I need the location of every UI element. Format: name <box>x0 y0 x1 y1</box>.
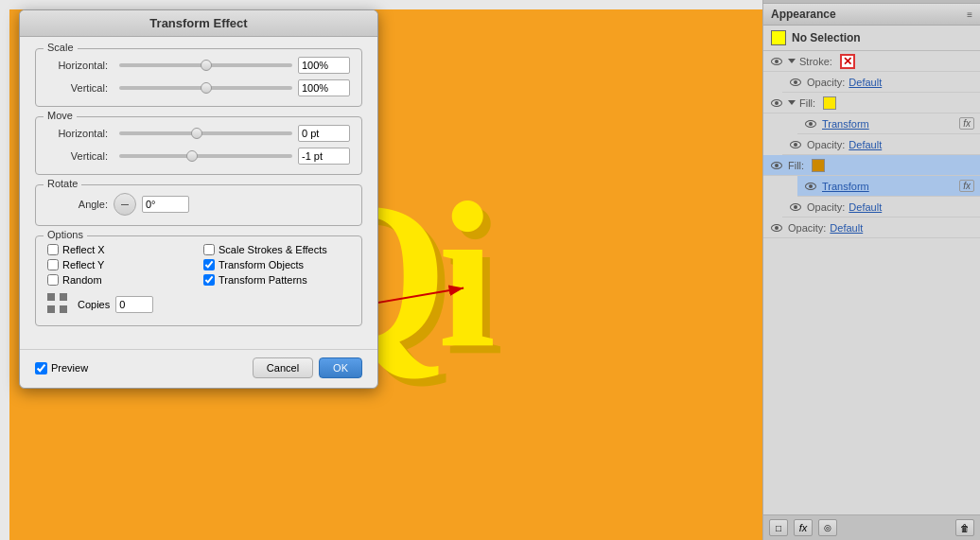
options-grid: Reflect X Scale Strokes & Effects Reflec… <box>47 244 350 286</box>
eye-shape-t1 <box>805 120 816 128</box>
eye-shape-stroke <box>771 58 782 65</box>
copies-icon-dot3 <box>47 305 55 313</box>
scale-vertical-slider[interactable] <box>119 86 292 90</box>
random-row: Random <box>47 274 194 286</box>
eye-icon-fill1-opacity[interactable] <box>788 137 803 152</box>
stroke-opacity-value[interactable]: Default <box>849 77 882 88</box>
random-checkbox[interactable] <box>47 274 59 286</box>
fx-badge-1: fx <box>959 117 974 130</box>
fill2-opacity-row: Opacity: Default <box>782 197 980 218</box>
eye-shape-t2 <box>805 183 816 190</box>
appearance-rows: Stroke: ✕ Opacity: Default Fill: <box>763 51 980 514</box>
panel-menu-button[interactable]: ≡ <box>967 9 972 20</box>
eye-shape-f1 <box>771 99 782 107</box>
rotate-section: Rotate Angle: <box>35 184 362 226</box>
scale-label: Scale <box>44 42 78 53</box>
copies-icon-dot4 <box>60 305 67 313</box>
eye-icon-global-opacity[interactable] <box>769 220 784 235</box>
fill1-opacity-label: Opacity: <box>807 139 845 150</box>
cancel-button[interactable]: Cancel <box>253 357 313 378</box>
fill2-opacity-value[interactable]: Default <box>849 201 882 213</box>
random-label: Random <box>62 274 102 286</box>
fill2-label: Fill: <box>788 160 804 171</box>
scale-horizontal-thumb[interactable] <box>201 60 212 71</box>
dialog-title: Transform Effect <box>149 16 247 30</box>
reflect-y-row: Reflect Y <box>47 259 194 270</box>
dialog-footer: Preview Cancel OK <box>20 349 377 388</box>
eye-icon-fill2-opacity[interactable] <box>788 200 803 215</box>
scale-vertical-thumb[interactable] <box>201 82 212 94</box>
reflect-x-checkbox[interactable] <box>47 244 59 255</box>
delete-button[interactable]: 🗑 <box>955 519 974 536</box>
scale-horizontal-input[interactable] <box>298 57 350 74</box>
new-item-button[interactable]: □ <box>769 519 788 536</box>
move-vertical-input[interactable] <box>298 148 350 165</box>
angle-input[interactable] <box>142 196 189 213</box>
fill-row-1: Fill: <box>763 93 980 113</box>
eye-icon-stroke[interactable] <box>769 54 784 69</box>
preview-check: Preview <box>35 362 247 375</box>
scale-horizontal-slider[interactable] <box>119 63 292 67</box>
global-opacity-row: Opacity: Default <box>763 218 980 238</box>
transform1-label[interactable]: Transform <box>822 118 869 130</box>
eye-icon-transform1[interactable] <box>803 116 818 131</box>
canvas-area: Qi Transform Effect Scale Horizontal: Ve… <box>0 0 762 540</box>
stroke-opacity-label: Opacity: <box>807 77 845 88</box>
transform2-label[interactable]: Transform <box>822 181 869 192</box>
scale-horizontal-row: Horizontal: <box>47 57 350 74</box>
eye-icon-fill2[interactable] <box>769 158 784 173</box>
transform-objects-row: Transform Objects <box>203 259 350 270</box>
transform-effect-dialog: Transform Effect Scale Horizontal: Verti… <box>19 9 378 389</box>
fill2-swatch[interactable] <box>812 159 825 172</box>
panel-titlebar: Appearance ≡ <box>763 4 980 26</box>
panel-title: Appearance <box>771 8 836 21</box>
fill1-swatch[interactable] <box>823 96 836 110</box>
ok-button[interactable]: OK <box>319 357 362 378</box>
move-horizontal-input[interactable] <box>298 125 350 142</box>
stroke-label: Stroke: <box>799 56 832 67</box>
move-horizontal-slider[interactable] <box>119 131 292 135</box>
no-selection-text: No Selection <box>792 31 861 44</box>
copies-icon <box>47 293 70 316</box>
eye-icon-transform2[interactable] <box>803 179 818 194</box>
rotate-row: Angle: <box>47 193 350 216</box>
move-horizontal-thumb[interactable] <box>191 128 202 139</box>
move-label: Move <box>44 110 77 121</box>
angle-label: Angle: <box>47 199 114 210</box>
copies-row: Copies <box>47 293 350 316</box>
fx-button[interactable]: fx <box>794 519 813 536</box>
transform-patterns-row: Transform Patterns <box>203 274 350 286</box>
dialog-content: Scale Horizontal: Vertical: <box>20 37 377 347</box>
stroke-swatch[interactable]: ✕ <box>840 54 855 69</box>
fill1-label: Fill: <box>799 97 815 109</box>
preview-checkbox[interactable] <box>35 362 47 375</box>
move-vertical-thumb[interactable] <box>186 150 198 162</box>
panel-header-row: No Selection <box>763 26 980 51</box>
reflect-y-checkbox[interactable] <box>47 259 59 270</box>
eye-icon-fill1[interactable] <box>769 96 784 111</box>
fill1-triangle[interactable] <box>788 100 796 105</box>
angle-dial[interactable] <box>114 193 136 216</box>
copies-input[interactable] <box>115 296 153 313</box>
scale-strokes-label: Scale Strokes & Effects <box>219 244 327 255</box>
scale-strokes-checkbox[interactable] <box>203 244 215 255</box>
rotate-label: Rotate <box>44 178 81 189</box>
reflect-y-label: Reflect Y <box>62 259 104 270</box>
duplicate-button[interactable]: ◎ <box>818 519 837 536</box>
global-opacity-value[interactable]: Default <box>830 222 863 234</box>
scale-vertical-input[interactable] <box>298 79 350 96</box>
eye-icon-stroke-opacity[interactable] <box>788 75 803 90</box>
fill-row-2: Fill: <box>763 155 980 176</box>
eye-shape-f2o <box>790 203 801 211</box>
scale-section: Scale Horizontal: Vertical: <box>35 48 362 107</box>
eye-shape-f2 <box>771 162 782 169</box>
fx-badge-2: fx <box>959 180 974 192</box>
move-vertical-row: Vertical: <box>47 148 350 165</box>
fill1-opacity-value[interactable]: Default <box>849 139 882 150</box>
stroke-triangle[interactable] <box>788 59 796 63</box>
transform-patterns-checkbox[interactable] <box>203 274 215 286</box>
appearance-panel: Appearance ≡ No Selection Stroke: ✕ Opac… <box>762 0 980 540</box>
scale-vertical-label: Vertical: <box>47 82 114 94</box>
transform-objects-checkbox[interactable] <box>203 259 215 270</box>
move-vertical-slider[interactable] <box>119 154 292 158</box>
